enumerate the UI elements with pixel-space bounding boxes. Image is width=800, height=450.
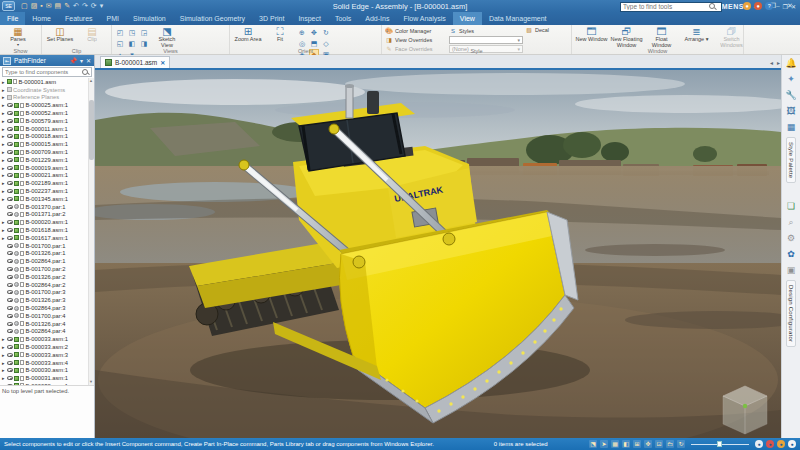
tree-item-b-000011-asm-1[interactable]: ▸B-000011.asm:1 [2,125,94,133]
alerts-icon[interactable]: 🔔 [785,57,798,70]
zoom-all-icon[interactable]: ● [766,440,774,448]
tree-item-b-001370-par-1[interactable]: B-001370.par:1 [2,203,94,211]
visibility-eye-icon[interactable] [7,345,13,349]
doc-minimize-button[interactable]: – [776,3,779,9]
previous-view-icon[interactable]: ● [777,440,785,448]
panes-button[interactable]: ▦ Panes▾ [3,26,33,47]
scroll-down-icon[interactable]: ▼ [88,379,94,385]
visibility-eye-icon[interactable] [7,189,13,193]
tree-item-b-001345-asm-1[interactable]: ▸B-001345.asm:1 [2,195,94,203]
tree-item-b-002864-par-2[interactable]: B-002864.par:2 [2,281,94,289]
zoom-area-button[interactable]: ⊞ Zoom Area [233,26,263,47]
saved-view-2-icon[interactable]: ◧ [127,38,137,47]
named-view-2-icon[interactable]: ◳ [127,27,137,36]
visibility-eye-icon[interactable] [7,275,13,279]
look-at-icon[interactable]: ◎ [297,38,307,47]
find-components-input[interactable] [3,69,82,75]
tree-item-b-002189-asm-1[interactable]: ▸B-002189.asm:1 [2,179,94,187]
visibility-eye-icon[interactable] [7,337,13,341]
tree-item-b-000032-asm-1[interactable]: ▸B-000032.asm:1 [2,382,94,385]
view-styles-icon[interactable]: ◧ [622,440,630,448]
visibility-eye-icon[interactable] [7,267,13,271]
style-dropdown[interactable]: ▾ [449,36,523,44]
color-manager-button[interactable]: 🎨Color Manager [385,27,447,35]
style-palette-icon[interactable]: ▦ [785,121,798,134]
view-overrides-button[interactable]: ◨View Overrides [385,36,447,44]
visibility-eye-icon[interactable] [7,290,13,294]
tree-item-b-000030-asm-1[interactable]: ▸B-000030.asm:1 [2,366,94,374]
rotate-icon[interactable]: ↻ [321,27,331,36]
style-palette-tab[interactable]: Style Palette [786,137,796,183]
visibility-eye-icon[interactable] [7,166,13,170]
fit-icon[interactable]: ● [755,440,763,448]
visibility-eye-icon[interactable] [7,173,13,177]
pushpin-icon[interactable]: 📌 [69,57,77,64]
tree-item-b-001326-par-3[interactable]: B-001326.par:3 [2,296,94,304]
tree-item-b-002864-par-1[interactable]: B-002864.par:1 [2,257,94,265]
decal-button[interactable]: ▧Decal [525,26,549,34]
menu-tab-view[interactable]: View [453,12,482,25]
redo-icon[interactable]: ↷ [82,2,88,10]
tree-scrollbar[interactable]: ▲ ▼ [88,78,94,385]
arrange-button[interactable]: ≣Arrange ▾ [680,26,713,47]
layers-icon[interactable]: ❏ [785,200,798,213]
tab-nav-0[interactable]: ◂ [770,59,773,66]
tree-item-b-001700-par-4[interactable]: B-001700.par:4 [2,312,94,320]
settings-gear-icon[interactable]: ⚙ [785,232,798,245]
visibility-eye-icon[interactable] [7,205,13,209]
tree-item-b-000579-asm-1[interactable]: ▸B-000579.asm:1 [2,117,94,125]
tree-item-b-000033-asm-1[interactable]: ▸B-000033.asm:1 [2,335,94,343]
menu-tab-features[interactable]: Features [58,12,100,25]
undo-icon[interactable]: ↶ [73,2,79,10]
select-icon[interactable]: ➤ [600,440,608,448]
styles-button[interactable]: SStyles [449,27,523,35]
visibility-eye-icon[interactable] [7,361,13,365]
tab-close-icon[interactable]: ✕ [160,59,165,66]
visibility-eye-icon[interactable] [7,134,13,138]
clip-button[interactable]: ▤ Clip [77,26,107,47]
tree-coordinate-systems[interactable]: ▸Coordinate Systems [2,86,94,94]
visibility-eye-icon[interactable] [7,283,13,287]
display-settings-icon[interactable]: 🖼 [785,105,798,118]
switch-windows-button[interactable]: 🗇Switch Windows [715,26,748,47]
tree-reference-planes[interactable]: ▸Reference Planes [2,94,94,102]
slider-handle[interactable] [717,441,722,447]
menu-tab-pmi[interactable]: PMI [100,12,126,25]
saved-view-3-icon[interactable]: ◨ [139,38,149,47]
window-scale-icon[interactable]: ⊞ [633,440,641,448]
open-icon[interactable]: ▨ [31,2,38,10]
tree-item-b-000031-asm-1[interactable]: ▸B-000031.asm:1 [2,374,94,382]
visibility-eye-icon[interactable] [7,142,13,146]
tree-item-b-001618-asm-1[interactable]: ▸B-001618.asm:1 [2,226,94,234]
tree-item-b-002237-asm-1[interactable]: ▸B-002237.asm:1 [2,187,94,195]
tree-item-b-001326-par-2[interactable]: B-001326.par:2 [2,273,94,281]
tab-nav-1[interactable]: ▸ [777,59,780,66]
visibility-eye-icon[interactable] [7,150,13,154]
tree-item-b-001229-asm-1[interactable]: ▸B-001229.asm:1 [2,156,94,164]
dock-icon[interactable]: ⇤ [3,57,11,65]
new-document-icon[interactable]: ▢ [21,2,28,10]
manage-icon[interactable]: ▤ [55,2,62,10]
find-tools-input[interactable] [621,3,709,10]
visibility-eye-icon[interactable] [7,181,13,185]
menu-tab-simulation-geometry[interactable]: Simulation Geometry [173,12,252,25]
visibility-eye-icon[interactable] [7,322,13,326]
menu-tab-3d-print[interactable]: 3D Print [252,12,291,25]
tree-item-b-000020-asm-1[interactable]: ▸B-000020.asm:1 [2,218,94,226]
float-window-button[interactable]: 🗖Float Window [645,26,678,47]
visibility-eye-icon[interactable] [7,158,13,162]
scroll-up-icon[interactable]: ▲ [88,78,94,84]
scrollbar-thumb[interactable] [89,100,94,160]
set-planes-button[interactable]: ◫ Set Planes [45,26,75,47]
tree-item-b-001700-par-2[interactable]: B-001700.par:2 [2,265,94,273]
tree-item-b-000033-asm-2[interactable]: ▸B-000033.asm:2 [2,343,94,351]
tree-item-b-000033-asm-3[interactable]: ▸B-000033.asm:3 [2,351,94,359]
tree-item-b-001700-par-3[interactable]: B-001700.par:3 [2,289,94,297]
visibility-eye-icon[interactable] [7,384,13,385]
menu-tab-flow-analysis[interactable]: Flow Analysis [396,12,452,25]
refresh-icon[interactable]: ⟳ [91,2,97,10]
find-tools-box[interactable] [620,2,722,12]
tree-item-b-000052-asm-1[interactable]: ▸B-000052.asm:1 [2,109,94,117]
menu-tab-file[interactable]: File [0,12,25,25]
menu-tab-tools[interactable]: Tools [328,12,358,25]
